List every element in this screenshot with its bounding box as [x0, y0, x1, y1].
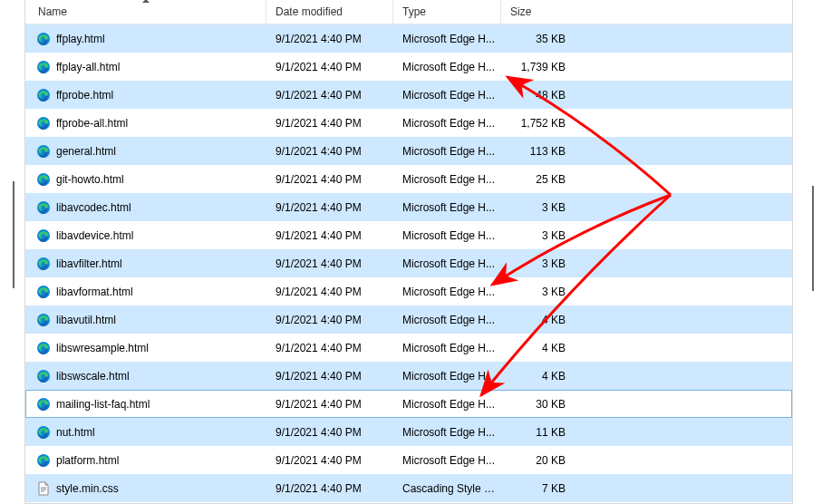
file-name-label: libavdevice.html	[56, 229, 133, 242]
file-name-cell[interactable]: mailing-list-faq.html	[25, 397, 266, 412]
file-row[interactable]: libswresample.html9/1/2021 4:40 PMMicros…	[25, 334, 792, 362]
file-row[interactable]: git-howto.html9/1/2021 4:40 PMMicrosoft …	[25, 165, 792, 193]
file-size-cell: 4 KB	[501, 342, 575, 354]
edge-icon	[36, 453, 51, 468]
file-row[interactable]: ffprobe-all.html9/1/2021 4:40 PMMicrosof…	[25, 109, 792, 137]
file-size-cell: 20 KB	[501, 454, 575, 467]
edge-icon	[36, 285, 51, 299]
file-row[interactable]: ffplay-all.html9/1/2021 4:40 PMMicrosoft…	[25, 53, 792, 81]
edge-icon	[36, 172, 51, 187]
file-name-label: ffprobe-all.html	[56, 117, 128, 130]
file-name-cell[interactable]: platform.html	[25, 453, 266, 468]
edge-icon	[36, 60, 51, 74]
file-type-cell: Microsoft Edge H...	[393, 398, 501, 411]
file-size-cell: 11 KB	[501, 426, 575, 439]
sort-indicator-up-icon	[142, 0, 150, 3]
file-name-cell[interactable]: libavfilter.html	[25, 257, 266, 271]
file-size-cell: 1,752 KB	[501, 117, 575, 130]
file-type-cell: Microsoft Edge H...	[393, 117, 501, 130]
file-row[interactable]: mailing-list-faq.html9/1/2021 4:40 PMMic…	[25, 390, 792, 418]
file-row[interactable]: libavcodec.html9/1/2021 4:40 PMMicrosoft…	[25, 193, 792, 221]
edge-icon	[36, 257, 51, 271]
file-row[interactable]: libavdevice.html9/1/2021 4:40 PMMicrosof…	[25, 221, 792, 249]
file-name-cell[interactable]: nut.html	[25, 425, 266, 440]
file-name-cell[interactable]: libavutil.html	[25, 313, 266, 327]
file-size-cell: 3 KB	[501, 201, 575, 214]
edge-icon	[36, 116, 51, 131]
file-type-cell: Microsoft Edge H...	[393, 454, 501, 467]
file-name-label: mailing-list-faq.html	[56, 398, 150, 411]
column-header-size[interactable]: Size	[501, 0, 575, 24]
file-rows: ffplay.html9/1/2021 4:40 PMMicrosoft Edg…	[25, 24, 792, 502]
edge-icon	[36, 32, 51, 46]
file-name-label: ffprobe.html	[56, 89, 113, 102]
file-name-label: libswresample.html	[56, 342, 149, 354]
file-row[interactable]: libavutil.html9/1/2021 4:40 PMMicrosoft …	[25, 305, 792, 334]
file-type-cell: Microsoft Edge H...	[393, 229, 501, 242]
file-date-cell: 9/1/2021 4:40 PM	[266, 201, 393, 214]
edge-icon	[36, 369, 51, 383]
file-name-cell[interactable]: libavdevice.html	[25, 228, 266, 243]
file-date-cell: 9/1/2021 4:40 PM	[266, 145, 393, 158]
column-header-type[interactable]: Type	[393, 0, 501, 24]
file-size-cell: 7 KB	[501, 482, 575, 495]
file-date-cell: 9/1/2021 4:40 PM	[266, 454, 393, 467]
file-name-label: libavfilter.html	[56, 257, 122, 270]
file-name-cell[interactable]: git-howto.html	[25, 172, 266, 187]
file-name-cell[interactable]: ffplay.html	[25, 32, 266, 46]
file-row[interactable]: libavformat.html9/1/2021 4:40 PMMicrosof…	[25, 277, 792, 305]
file-name-label: libavutil.html	[56, 314, 116, 326]
file-name-cell[interactable]: libavcodec.html	[25, 200, 266, 215]
file-name-cell[interactable]: libavformat.html	[25, 285, 266, 299]
left-scrollbar[interactable]	[13, 181, 15, 288]
file-row[interactable]: style.min.css9/1/2021 4:40 PMCascading S…	[25, 474, 792, 502]
file-name-label: libavformat.html	[56, 286, 133, 298]
file-name-cell[interactable]: ffprobe-all.html	[25, 116, 266, 131]
file-row[interactable]: libswscale.html9/1/2021 4:40 PMMicrosoft…	[25, 362, 792, 390]
file-row[interactable]: general.html9/1/2021 4:40 PMMicrosoft Ed…	[25, 137, 792, 165]
column-header-type-label: Type	[402, 5, 426, 18]
file-date-cell: 9/1/2021 4:40 PM	[266, 173, 393, 186]
file-name-cell[interactable]: ffprobe.html	[25, 88, 266, 102]
file-name-cell[interactable]: libswresample.html	[25, 341, 266, 355]
edge-icon	[36, 88, 51, 102]
file-size-cell: 30 KB	[501, 398, 575, 411]
column-header-date[interactable]: Date modified	[266, 0, 393, 24]
file-name-cell[interactable]: ffplay-all.html	[25, 60, 266, 74]
file-size-cell: 1,739 KB	[501, 61, 575, 73]
file-date-cell: 9/1/2021 4:40 PM	[266, 257, 393, 270]
file-type-cell: Microsoft Edge H...	[393, 173, 501, 186]
file-name-cell[interactable]: general.html	[25, 144, 266, 159]
file-type-cell: Microsoft Edge H...	[393, 201, 501, 214]
file-row[interactable]: platform.html9/1/2021 4:40 PMMicrosoft E…	[25, 446, 792, 474]
right-scrollbar[interactable]	[812, 186, 814, 291]
column-header-name[interactable]: Name	[25, 0, 266, 24]
column-header-name-label: Name	[38, 5, 67, 18]
document-icon	[36, 481, 51, 496]
file-row[interactable]: ffplay.html9/1/2021 4:40 PMMicrosoft Edg…	[25, 24, 792, 53]
file-row[interactable]: libavfilter.html9/1/2021 4:40 PMMicrosof…	[25, 249, 792, 277]
file-row[interactable]: ffprobe.html9/1/2021 4:40 PMMicrosoft Ed…	[25, 81, 792, 109]
file-size-cell: 25 KB	[501, 173, 575, 186]
file-type-cell: Microsoft Edge H...	[393, 257, 501, 270]
file-name-label: ffplay-all.html	[56, 61, 120, 73]
file-date-cell: 9/1/2021 4:40 PM	[266, 61, 393, 73]
edge-icon	[36, 144, 51, 159]
file-date-cell: 9/1/2021 4:40 PM	[266, 286, 393, 298]
file-date-cell: 9/1/2021 4:40 PM	[266, 398, 393, 411]
file-name-cell[interactable]: style.min.css	[25, 481, 266, 496]
file-date-cell: 9/1/2021 4:40 PM	[266, 482, 393, 495]
file-name-cell[interactable]: libswscale.html	[25, 369, 266, 383]
file-name-label: general.html	[56, 145, 116, 158]
edge-icon	[36, 397, 51, 412]
file-size-cell: 3 KB	[501, 229, 575, 242]
file-type-cell: Microsoft Edge H...	[393, 33, 501, 45]
file-size-cell: 3 KB	[501, 257, 575, 270]
file-name-label: style.min.css	[56, 482, 119, 495]
file-type-cell: Microsoft Edge H...	[393, 61, 501, 73]
file-row[interactable]: nut.html9/1/2021 4:40 PMMicrosoft Edge H…	[25, 418, 792, 446]
file-size-cell: 3 KB	[501, 286, 575, 298]
file-date-cell: 9/1/2021 4:40 PM	[266, 229, 393, 242]
file-date-cell: 9/1/2021 4:40 PM	[266, 117, 393, 130]
edge-icon	[36, 341, 51, 355]
